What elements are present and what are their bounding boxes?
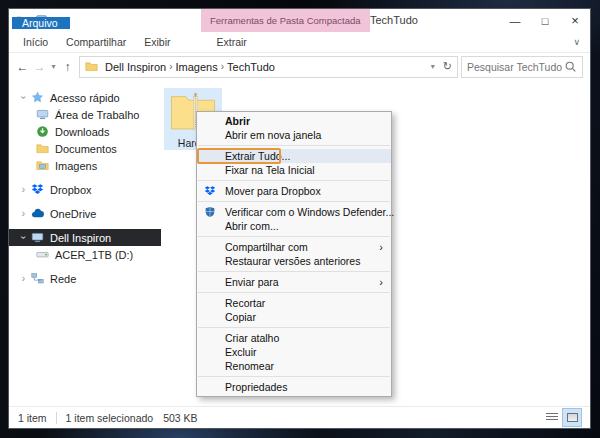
drive-icon	[34, 248, 50, 261]
context-menu-item-compartilhar-com[interactable]: Compartilhar com ›	[197, 240, 391, 254]
item-count: 1 item	[18, 412, 47, 424]
sidebar-item-dell-inspiron[interactable]: › Dell Inspiron	[9, 229, 161, 246]
sidebar-item-acer-drive[interactable]: ACER_1TB (D:)	[9, 246, 161, 263]
tab-inicio[interactable]: Início	[14, 32, 57, 52]
menu-separator	[198, 327, 390, 328]
sidebar-item-label: Imagens	[55, 160, 97, 172]
refresh-icon[interactable]: ↻	[443, 60, 452, 73]
context-menu-item-recortar[interactable]: Recortar	[197, 296, 391, 310]
computer-icon	[29, 231, 45, 244]
breadcrumb-item[interactable]: Imagens	[172, 61, 220, 73]
sidebar-item-documents[interactable]: Documentos	[9, 140, 161, 157]
desktop-monitor-icon	[34, 108, 50, 121]
context-menu-item-criar-atalho[interactable]: Criar atalho	[197, 331, 391, 345]
breadcrumb-item[interactable]: Dell Inspiron	[102, 61, 169, 73]
sidebar-item-dropbox[interactable]: › Dropbox	[9, 181, 161, 198]
menu-separator	[198, 292, 390, 293]
context-menu-item-propriedades[interactable]: Propriedades	[197, 380, 391, 394]
sidebar-item-onedrive[interactable]: › OneDrive	[9, 205, 161, 222]
minimize-button[interactable]: —	[500, 9, 530, 32]
address-dropdown-icon[interactable]: ▾	[431, 62, 435, 71]
title-bar: ▾ Ferramentas de Pasta Compactada TechTu…	[9, 9, 590, 32]
sidebar-item-label: Área de Trabalho	[55, 109, 139, 121]
address-bar[interactable]: Dell Inspiron › Imagens › TechTudo ▾ ↻	[79, 56, 458, 78]
selection-size: 503 KB	[163, 412, 197, 424]
contextual-tab-header: Ferramentas de Pasta Compactada	[201, 9, 370, 32]
sidebar-item-downloads[interactable]: Downloads	[9, 123, 161, 140]
context-menu-item-extrair-tudo[interactable]: Extrair Tudo...	[197, 149, 391, 163]
context-menu-item-fixar-tela-inicial[interactable]: Fixar na Tela Inicial	[197, 163, 391, 177]
context-menu-item-verificar-defender[interactable]: Verificar com o Windows Defender...	[197, 205, 391, 219]
dropbox-icon	[29, 183, 45, 196]
tab-arquivo[interactable]: Arquivo	[12, 17, 70, 29]
menu-separator	[198, 145, 390, 146]
downloads-icon	[34, 125, 50, 138]
sidebar-item-quick-access[interactable]: › Acesso rápido	[9, 89, 161, 106]
thumbnail-view-icon	[567, 413, 578, 422]
maximize-button[interactable]: □	[530, 9, 560, 32]
chevron-down-icon[interactable]: ›	[18, 92, 29, 103]
submenu-arrow-icon: ›	[379, 240, 383, 254]
sidebar-item-label: Rede	[50, 273, 76, 285]
up-button[interactable]: ↑	[59, 60, 76, 74]
search-box	[461, 56, 583, 78]
tab-exibir[interactable]: Exibir	[135, 32, 179, 52]
dropbox-icon	[204, 185, 216, 197]
sidebar-item-label: Dropbox	[50, 184, 92, 196]
search-input[interactable]	[467, 61, 564, 73]
context-menu-item-mover-dropbox[interactable]: Mover para Dropbox	[197, 184, 391, 198]
details-view-button[interactable]	[543, 409, 561, 426]
context-menu-item-restaurar-versoes[interactable]: Restaurar versões anteriores	[197, 254, 391, 268]
context-menu: Abrir Abrir em nova janela Extrair Tudo.…	[196, 111, 392, 397]
context-menu-item-abrir-com[interactable]: Abrir com...	[197, 219, 391, 233]
chevron-right-icon[interactable]: ›	[18, 184, 29, 195]
sidebar-item-pictures[interactable]: Imagens	[9, 157, 161, 174]
breadcrumb-folder-icon	[85, 60, 98, 73]
ribbon-expand-icon[interactable]: ∨	[573, 37, 580, 47]
onedrive-cloud-icon	[29, 207, 45, 220]
sidebar-item-label: Downloads	[55, 126, 109, 138]
menu-separator	[198, 271, 390, 272]
context-menu-item-abrir[interactable]: Abrir	[197, 114, 391, 128]
submenu-arrow-icon: ›	[379, 275, 383, 289]
chevron-right-icon[interactable]: ›	[18, 208, 29, 219]
tab-compartilhar[interactable]: Compartilhar	[57, 32, 135, 52]
context-menu-item-copiar[interactable]: Copiar	[197, 310, 391, 324]
desktop-background: { "window": { "title": "TechTudo", "cont…	[0, 0, 600, 438]
forward-button[interactable]: →	[31, 60, 48, 74]
folder-icon	[34, 142, 50, 155]
menu-separator	[198, 376, 390, 377]
sidebar-item-label: OneDrive	[50, 208, 96, 220]
chevron-down-icon[interactable]: ›	[18, 232, 29, 243]
recent-locations-dropdown-icon[interactable]: ▾	[48, 62, 59, 71]
sidebar-item-label: ACER_1TB (D:)	[55, 249, 133, 261]
close-button[interactable]: ×	[560, 9, 590, 32]
back-button[interactable]: ←	[14, 60, 31, 74]
context-menu-item-enviar-para[interactable]: Enviar para ›	[197, 275, 391, 289]
navigation-pane: › Acesso rápido Área de Trabalho Downloa…	[9, 80, 161, 406]
menu-separator	[198, 236, 390, 237]
context-menu-item-excluir[interactable]: Excluir	[197, 345, 391, 359]
context-menu-item-abrir-nova-janela[interactable]: Abrir em nova janela	[197, 128, 391, 142]
details-view-icon	[546, 413, 558, 422]
context-menu-item-renomear[interactable]: Renomear	[197, 359, 391, 373]
status-bar: 1 item 1 item selecionado 503 KB	[9, 406, 590, 428]
sidebar-item-label: Documentos	[55, 143, 117, 155]
main-area: › Acesso rápido Área de Trabalho Downloa…	[9, 80, 590, 406]
defender-shield-icon	[204, 206, 216, 218]
sidebar-item-label: Acesso rápido	[50, 92, 120, 104]
chevron-right-icon[interactable]: ›	[18, 273, 29, 284]
sidebar-item-network[interactable]: › Rede	[9, 270, 161, 287]
breadcrumb-item[interactable]: TechTudo	[224, 61, 278, 73]
address-row: ← → ▾ ↑ Dell Inspiron › Imagens › TechTu…	[9, 53, 590, 80]
window-controls: — □ ×	[500, 9, 590, 32]
search-icon[interactable]	[564, 60, 577, 73]
menu-separator	[198, 180, 390, 181]
sidebar-item-desktop[interactable]: Área de Trabalho	[9, 106, 161, 123]
status-divider	[56, 412, 57, 424]
menu-separator	[198, 201, 390, 202]
thumbnail-view-button[interactable]	[563, 409, 581, 426]
tab-extrair[interactable]: Extrair	[207, 32, 255, 52]
file-list-area[interactable]: Hardw Abrir Abrir em nova janela Extrair…	[161, 80, 590, 406]
folder-icon	[34, 159, 50, 172]
